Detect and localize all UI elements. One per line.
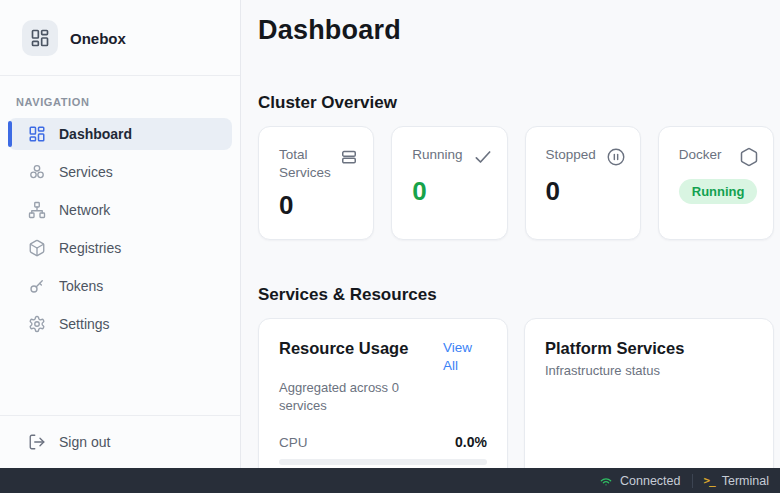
platform-services-title: Platform Services [545,339,753,358]
sidebar-item-services[interactable]: Services [8,156,232,188]
platform-services-subtitle: Infrastructure status [545,362,695,380]
terminal-prompt-icon: >_ [704,474,715,487]
page-title: Dashboard [258,15,764,46]
status-bar: Connected >_ Terminal [0,468,780,493]
stat-card-stopped: Stopped 0 [525,126,641,240]
sign-out-button[interactable]: Sign out [28,433,224,451]
panels-row: Resource Usage View All Aggregated acros… [258,318,774,468]
cpu-progress-bar [279,459,487,465]
stat-card-total-services: Total Services 0 [258,126,374,240]
sidebar-spacer [0,346,240,415]
stat-label: Docker [679,146,722,167]
sidebar-item-settings[interactable]: Settings [8,308,232,340]
sidebar-item-network[interactable]: Network [8,194,232,226]
resource-usage-card: Resource Usage View All Aggregated acros… [258,318,508,468]
stat-label: Total Services [279,146,333,181]
sidebar-item-label: Tokens [59,278,103,294]
app-window: Onebox NAVIGATION Dashboard [0,0,780,468]
sidebar: Onebox NAVIGATION Dashboard [0,0,241,468]
sidebar-item-label: Settings [59,316,110,332]
gear-icon [28,315,46,333]
cpu-value: 0.0% [455,434,487,450]
platform-services-card: Platform Services Infrastructure status [524,318,774,468]
connection-status-label: Connected [620,474,680,488]
connection-status: Connected [599,474,680,488]
stat-value: 0 [546,176,626,207]
sidebar-item-label: Dashboard [59,126,132,142]
sign-out-label: Sign out [59,434,110,450]
stat-value: 0 [412,176,492,207]
stat-label: Stopped [546,146,596,167]
sidebar-item-registries[interactable]: Registries [8,232,232,264]
services-resources-heading: Services & Resources [258,285,764,305]
stat-card-running: Running 0 [391,126,507,240]
cluster-icon [28,163,46,181]
main-content: Dashboard Cluster Overview Total Service… [241,0,780,468]
stat-label: Running [412,146,462,167]
check-icon [473,147,493,167]
layout-dashboard-icon [28,125,46,143]
sidebar-item-label: Services [59,164,113,180]
status-separator [692,474,693,488]
sidebar-nav: NAVIGATION Dashboard Services [0,76,240,346]
sidebar-footer: Sign out [0,415,240,468]
nav-section-label: NAVIGATION [16,96,224,108]
key-icon [28,277,46,295]
terminal-button[interactable]: >_ Terminal [704,474,770,488]
cpu-metric-row: CPU 0.0% [279,434,487,450]
package-icon [28,239,46,257]
onebox-logo-icon [22,20,58,56]
cpu-label: CPU [279,435,308,450]
sidebar-item-tokens[interactable]: Tokens [8,270,232,302]
server-stack-icon [339,147,359,167]
sidebar-item-label: Network [59,202,110,218]
wifi-icon [599,474,613,488]
view-all-link[interactable]: View All [443,339,487,375]
stat-cards-row: Total Services 0 Running [258,126,774,240]
sidebar-item-label: Registries [59,240,121,256]
pause-circle-icon [606,147,626,167]
cluster-overview-heading: Cluster Overview [258,93,764,113]
resource-usage-title: Resource Usage [279,339,443,375]
resource-usage-subtitle: Aggregated across 0 services [279,379,429,414]
brand-name: Onebox [70,30,126,47]
sidebar-item-dashboard[interactable]: Dashboard [8,118,232,150]
log-out-icon [28,433,46,451]
stat-value: 0 [279,190,359,221]
network-icon [28,201,46,219]
brand-header: Onebox [0,0,240,76]
stat-card-docker: Docker Running [658,126,774,240]
docker-status-badge: Running [679,179,758,204]
hexagon-icon [739,147,759,167]
terminal-label: Terminal [722,474,769,488]
